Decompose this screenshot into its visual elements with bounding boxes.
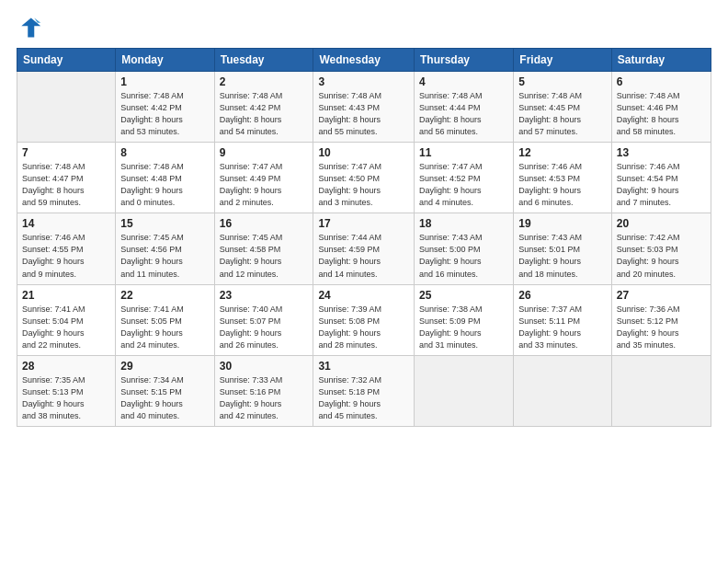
day-info: Sunrise: 7:36 AM Sunset: 5:12 PM Dayligh…: [617, 304, 706, 351]
day-number: 31: [318, 360, 409, 373]
calendar-cell: 5Sunrise: 7:48 AM Sunset: 4:45 PM Daylig…: [514, 72, 612, 143]
calendar-cell: 1Sunrise: 7:48 AM Sunset: 4:42 PM Daylig…: [116, 72, 214, 143]
day-info: Sunrise: 7:48 AM Sunset: 4:42 PM Dayligh…: [220, 90, 309, 138]
day-number: 14: [22, 217, 110, 230]
calendar-cell: [415, 355, 514, 426]
calendar-cell: 21Sunrise: 7:41 AM Sunset: 5:04 PM Dayli…: [17, 284, 116, 355]
logo: [17, 15, 46, 40]
day-number: 24: [318, 289, 409, 302]
calendar-cell: 15Sunrise: 7:45 AM Sunset: 4:56 PM Dayli…: [116, 213, 214, 284]
day-number: 28: [22, 360, 110, 373]
day-info: Sunrise: 7:47 AM Sunset: 4:52 PM Dayligh…: [419, 161, 508, 209]
day-info: Sunrise: 7:46 AM Sunset: 4:54 PM Dayligh…: [617, 161, 706, 209]
week-row-5: 28Sunrise: 7:35 AM Sunset: 5:13 PM Dayli…: [17, 355, 711, 426]
header-day-saturday: Saturday: [611, 49, 711, 72]
calendar-cell: [17, 72, 116, 143]
calendar-cell: 16Sunrise: 7:45 AM Sunset: 4:58 PM Dayli…: [214, 213, 313, 284]
header-day-wednesday: Wednesday: [313, 49, 415, 72]
day-info: Sunrise: 7:41 AM Sunset: 5:04 PM Dayligh…: [22, 304, 110, 351]
day-number: 23: [220, 289, 309, 302]
header-day-monday: Monday: [116, 49, 214, 72]
header-row: SundayMondayTuesdayWednesdayThursdayFrid…: [17, 49, 711, 72]
day-number: 17: [318, 217, 409, 230]
day-number: 19: [518, 217, 607, 230]
calendar-cell: 4Sunrise: 7:48 AM Sunset: 4:44 PM Daylig…: [415, 72, 514, 143]
day-info: Sunrise: 7:32 AM Sunset: 5:18 PM Dayligh…: [318, 374, 409, 422]
day-number: 15: [120, 217, 209, 230]
header: [17, 15, 711, 40]
calendar-cell: 19Sunrise: 7:43 AM Sunset: 5:01 PM Dayli…: [514, 213, 612, 284]
calendar-cell: 23Sunrise: 7:40 AM Sunset: 5:07 PM Dayli…: [214, 284, 313, 355]
header-day-friday: Friday: [514, 49, 612, 72]
calendar-cell: 3Sunrise: 7:48 AM Sunset: 4:43 PM Daylig…: [313, 72, 415, 143]
day-info: Sunrise: 7:46 AM Sunset: 4:53 PM Dayligh…: [518, 161, 607, 209]
calendar-cell: 13Sunrise: 7:46 AM Sunset: 4:54 PM Dayli…: [611, 143, 711, 213]
day-info: Sunrise: 7:45 AM Sunset: 4:56 PM Dayligh…: [120, 232, 209, 280]
calendar-cell: 6Sunrise: 7:48 AM Sunset: 4:46 PM Daylig…: [611, 72, 711, 143]
day-number: 6: [617, 75, 706, 88]
calendar-cell: 26Sunrise: 7:37 AM Sunset: 5:11 PM Dayli…: [514, 284, 612, 355]
day-number: 11: [419, 146, 508, 159]
calendar-cell: 9Sunrise: 7:47 AM Sunset: 4:49 PM Daylig…: [214, 143, 313, 213]
calendar-cell: 30Sunrise: 7:33 AM Sunset: 5:16 PM Dayli…: [214, 355, 313, 426]
day-info: Sunrise: 7:39 AM Sunset: 5:08 PM Dayligh…: [318, 304, 409, 351]
calendar-cell: 17Sunrise: 7:44 AM Sunset: 4:59 PM Dayli…: [313, 213, 415, 284]
day-number: 5: [518, 75, 607, 88]
calendar-cell: 10Sunrise: 7:47 AM Sunset: 4:50 PM Dayli…: [313, 143, 415, 213]
day-number: 22: [120, 289, 209, 302]
day-number: 26: [518, 289, 607, 302]
day-info: Sunrise: 7:42 AM Sunset: 5:03 PM Dayligh…: [617, 232, 706, 280]
day-info: Sunrise: 7:47 AM Sunset: 4:50 PM Dayligh…: [318, 161, 409, 209]
day-info: Sunrise: 7:37 AM Sunset: 5:11 PM Dayligh…: [518, 304, 607, 351]
calendar-cell: 18Sunrise: 7:43 AM Sunset: 5:00 PM Dayli…: [415, 213, 514, 284]
day-info: Sunrise: 7:47 AM Sunset: 4:49 PM Dayligh…: [220, 161, 309, 209]
header-day-sunday: Sunday: [17, 49, 116, 72]
calendar-table: SundayMondayTuesdayWednesdayThursdayFrid…: [17, 48, 711, 427]
day-number: 7: [22, 146, 110, 159]
day-number: 29: [120, 360, 209, 373]
calendar-cell: 28Sunrise: 7:35 AM Sunset: 5:13 PM Dayli…: [17, 355, 116, 426]
day-number: 27: [617, 289, 706, 302]
calendar-cell: 29Sunrise: 7:34 AM Sunset: 5:15 PM Dayli…: [116, 355, 214, 426]
day-number: 9: [220, 146, 309, 159]
calendar-header: SundayMondayTuesdayWednesdayThursdayFrid…: [17, 49, 711, 72]
calendar-cell: 8Sunrise: 7:48 AM Sunset: 4:48 PM Daylig…: [116, 143, 214, 213]
week-row-3: 14Sunrise: 7:46 AM Sunset: 4:55 PM Dayli…: [17, 213, 711, 284]
day-number: 10: [318, 146, 409, 159]
header-day-thursday: Thursday: [415, 49, 514, 72]
day-info: Sunrise: 7:43 AM Sunset: 5:01 PM Dayligh…: [518, 232, 607, 280]
day-number: 1: [120, 75, 209, 88]
day-number: 2: [220, 75, 309, 88]
day-number: 25: [419, 289, 508, 302]
calendar-cell: 2Sunrise: 7:48 AM Sunset: 4:42 PM Daylig…: [214, 72, 313, 143]
day-info: Sunrise: 7:41 AM Sunset: 5:05 PM Dayligh…: [120, 304, 209, 351]
page: SundayMondayTuesdayWednesdayThursdayFrid…: [0, 0, 728, 563]
day-info: Sunrise: 7:43 AM Sunset: 5:00 PM Dayligh…: [419, 232, 508, 280]
calendar-cell: 22Sunrise: 7:41 AM Sunset: 5:05 PM Dayli…: [116, 284, 214, 355]
day-info: Sunrise: 7:35 AM Sunset: 5:13 PM Dayligh…: [22, 374, 110, 422]
header-day-tuesday: Tuesday: [214, 49, 313, 72]
week-row-2: 7Sunrise: 7:48 AM Sunset: 4:47 PM Daylig…: [17, 143, 711, 213]
week-row-1: 1Sunrise: 7:48 AM Sunset: 4:42 PM Daylig…: [17, 72, 711, 143]
day-info: Sunrise: 7:48 AM Sunset: 4:45 PM Dayligh…: [518, 90, 607, 138]
day-info: Sunrise: 7:40 AM Sunset: 5:07 PM Dayligh…: [220, 304, 309, 351]
day-number: 12: [518, 146, 607, 159]
day-info: Sunrise: 7:34 AM Sunset: 5:15 PM Dayligh…: [120, 374, 209, 422]
calendar-cell: [514, 355, 612, 426]
calendar-cell: 20Sunrise: 7:42 AM Sunset: 5:03 PM Dayli…: [611, 213, 711, 284]
day-info: Sunrise: 7:48 AM Sunset: 4:48 PM Dayligh…: [120, 161, 209, 209]
calendar-cell: 31Sunrise: 7:32 AM Sunset: 5:18 PM Dayli…: [313, 355, 415, 426]
day-number: 20: [617, 217, 706, 230]
day-info: Sunrise: 7:44 AM Sunset: 4:59 PM Dayligh…: [318, 232, 409, 280]
week-row-4: 21Sunrise: 7:41 AM Sunset: 5:04 PM Dayli…: [17, 284, 711, 355]
day-number: 21: [22, 289, 110, 302]
day-info: Sunrise: 7:46 AM Sunset: 4:55 PM Dayligh…: [22, 232, 110, 280]
day-number: 13: [617, 146, 706, 159]
calendar-body: 1Sunrise: 7:48 AM Sunset: 4:42 PM Daylig…: [17, 72, 711, 427]
calendar-cell: 14Sunrise: 7:46 AM Sunset: 4:55 PM Dayli…: [17, 213, 116, 284]
calendar-cell: [611, 355, 711, 426]
day-info: Sunrise: 7:45 AM Sunset: 4:58 PM Dayligh…: [220, 232, 309, 280]
calendar-cell: 11Sunrise: 7:47 AM Sunset: 4:52 PM Dayli…: [415, 143, 514, 213]
day-number: 16: [220, 217, 309, 230]
day-number: 4: [419, 75, 508, 88]
